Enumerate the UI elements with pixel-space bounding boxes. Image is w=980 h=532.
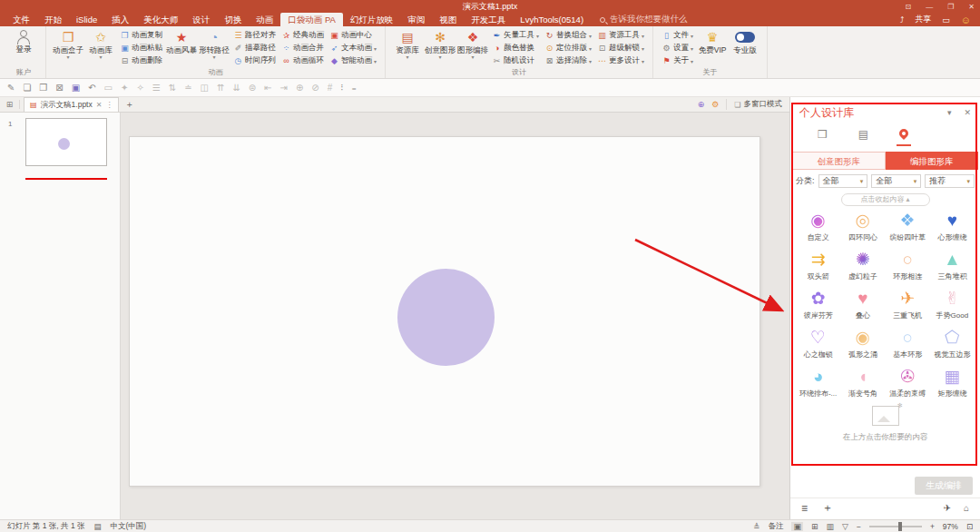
paper-plane-icon[interactable]: ✈ [944,503,951,513]
menu-tab[interactable]: iSlide [69,13,104,26]
share-button[interactable]: 共享 [915,14,931,25]
ribbon-button[interactable]: ★动画风暴 [165,29,198,54]
design-item[interactable]: ◖渐变号角 [840,366,885,399]
add-icon[interactable]: ＋ [822,500,833,516]
design-item[interactable]: ✈三重飞机 [886,288,930,320]
qat-icon[interactable]: ▭ [104,83,113,93]
ribbon-button[interactable]: ◑颜色替换 [492,42,539,54]
ribbon-button[interactable]: ⚙设置▾ [662,42,693,54]
zoom-out-icon[interactable]: − [857,522,861,531]
ribbon-button[interactable]: ▥资源工具▾ [597,29,644,42]
ribbon-button[interactable]: ⊟动画删除 [120,54,162,67]
filter-select[interactable]: 全部▾ [871,174,921,188]
qat-icon[interactable]: ⊘ [311,83,318,93]
location-pin-icon[interactable] [899,128,908,141]
design-item[interactable]: ▦矩形缠绕 [930,366,975,399]
slide-sorter-icon[interactable]: ⊞ [811,522,818,531]
ribbon-button[interactable]: ∞动画循环 [281,54,324,67]
slide-thumbnail[interactable] [25,118,107,166]
menu-tab[interactable]: 审阅 [400,13,432,26]
minimize-icon[interactable]: — [926,3,933,11]
design-item[interactable]: ♥叠心 [840,288,885,320]
qat-icon[interactable]: ☰ [152,83,161,93]
cube-icon[interactable]: ❒ [818,128,828,141]
qat-icon[interactable]: ❐ [39,83,47,93]
notes-button[interactable]: 备注 [768,521,783,532]
spellcheck-icon[interactable]: ▤ [94,522,102,531]
menu-tab[interactable]: 开始 [37,13,69,26]
design-item[interactable]: ✌手势Good [930,288,975,320]
qat-icon[interactable]: ≐ [184,83,191,93]
qat-icon[interactable]: ⇅ [169,83,176,93]
ribbon-button[interactable]: ✒矢量工具▾ [492,29,539,42]
menu-tab[interactable]: 插入 [104,13,136,26]
ribbon-button[interactable]: ❒动画盒子▾ [52,29,84,61]
workspace-icon[interactable]: ⊞ [0,100,20,109]
qat-icon[interactable]: ↶ [88,83,95,93]
ribbon-button[interactable]: ⚑关于▾ [662,54,693,67]
normal-view-icon[interactable]: ▣ [791,522,803,531]
qat-icon[interactable]: ▣ [72,83,80,93]
menu-tab[interactable]: 文件 [5,13,37,26]
design-item[interactable]: ▲三角堆积 [930,249,975,281]
menu-tab[interactable]: 开发工具 [464,13,513,26]
menu-tab[interactable]: 切换 [217,13,249,26]
qat-icon[interactable]: ✦ [121,83,128,93]
generate-button[interactable]: 生成编排 [915,477,973,495]
card-icon[interactable]: ▤ [858,128,868,141]
circle-shape[interactable] [397,269,495,366]
menu-tab[interactable]: LvyhTools(0514) [513,13,591,26]
qat-icon[interactable]: ⇊ [232,83,240,93]
design-item[interactable]: ◎四环同心 [840,210,885,242]
find-icon[interactable]: ⊕ [698,100,705,109]
design-item[interactable]: ✇温柔的束缚 [886,366,930,399]
menu-tab[interactable]: 美化大师 [136,13,185,26]
qat-icon[interactable]: ✎ [7,83,15,93]
ribbon-button[interactable]: ☰路径对齐 [233,29,276,42]
design-item[interactable]: ♥心形缠绕 [930,210,975,242]
qat-icon[interactable]: ⊜ [249,83,256,93]
tab-menu-icon[interactable]: ⋮ [105,101,113,109]
design-item[interactable]: ⇉双头箭 [796,249,840,281]
tab-close-icon[interactable]: ✕ [96,101,103,109]
ribbon-button[interactable]: 登录 [7,29,40,54]
menu-tab[interactable]: 动画 [249,13,280,26]
ribbon-button[interactable]: ❖图形编排▾ [456,29,489,61]
ribbon-button[interactable]: ◷时间序列 [233,54,276,67]
menu-tab[interactable]: 设计 [185,13,217,26]
maximize-icon[interactable]: ❐ [947,3,954,11]
ribbon-options-icon[interactable]: ⊡ [905,3,911,11]
design-item[interactable]: ⬠视觉五边形 [930,327,975,360]
design-item[interactable]: ◉弧形之涌 [840,327,885,360]
language-indicator[interactable]: 中文(中国) [111,521,147,532]
qat-icon[interactable]: ⁝ [340,83,343,93]
ribbon-button[interactable]: ▤资源库▾ [391,29,424,61]
design-item[interactable]: ◉自定义 [796,210,840,242]
ribbon-button[interactable]: ❐动画复制 [120,29,162,42]
ribbon-button[interactable]: ◔形转路径▾ [198,29,230,61]
menu-tab[interactable]: 幻灯片放映 [343,13,401,26]
ribbon-button[interactable]: ▯文件▾ [662,29,693,42]
slideshow-icon[interactable]: ▽ [842,522,848,531]
panel-collapse-icon[interactable]: ▾ [947,108,952,117]
panel-close-icon[interactable]: ✕ [964,108,971,117]
ribbon-button[interactable]: ▣动画粘贴 [120,42,162,54]
design-item[interactable]: ❖缤纷四叶草 [886,210,930,242]
ribbon-button[interactable]: ⊠选择清除▾ [544,54,592,67]
ribbon-button[interactable]: ➶文本动画▾ [329,42,377,54]
qat-icon[interactable]: ◫ [201,83,209,93]
ribbon-button[interactable]: 专业版 [729,29,761,54]
collapse-pill[interactable]: 点击收起内容 ▴ [841,193,930,206]
qat-icon[interactable]: ⇈ [217,83,224,93]
ribbon-button[interactable]: ⊙定位排版▾ [544,42,592,54]
ribbon-button[interactable]: ✰经典动画 [281,29,324,42]
ribbon-button[interactable]: ◆智能动画▾ [329,54,377,67]
ribbon-button[interactable]: ▣动画中心 [329,29,377,42]
new-tab-button[interactable]: ＋ [124,98,133,111]
qat-icon[interactable]: ⊕ [296,83,303,93]
qat-icon[interactable]: ⇥ [280,83,288,93]
design-item[interactable]: ○基本环形 [886,327,930,360]
design-item[interactable]: ✿彼岸芬芳 [796,288,840,320]
qat-icon[interactable]: ₌ [351,83,356,93]
ribbon-button[interactable]: ⋯更多设计▾ [597,54,644,67]
